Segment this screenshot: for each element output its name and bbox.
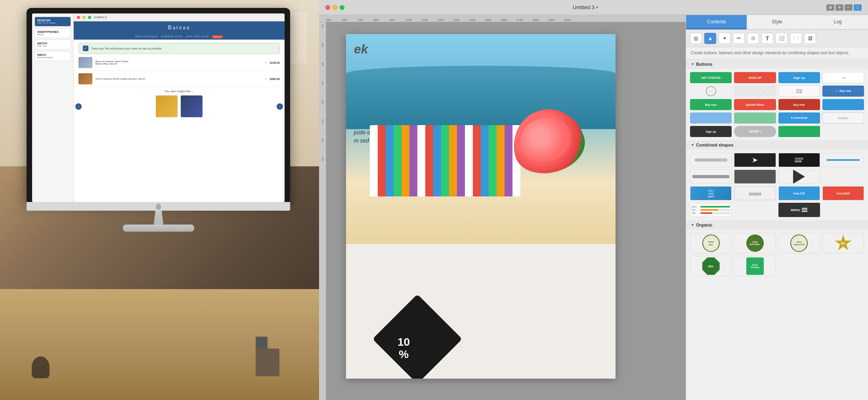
- grid-view-icon[interactable]: ⊞: [826, 4, 834, 11]
- carousel-right-arrow[interactable]: ›: [277, 103, 283, 110]
- tab-contents[interactable]: Contents: [686, 15, 747, 29]
- titlebar-dot-red[interactable]: [77, 16, 80, 19]
- product-skirt: [181, 95, 203, 117]
- highlight-shape: Highlight: [734, 187, 775, 200]
- shape-dark-triangle[interactable]: [778, 170, 820, 184]
- blue-line-shape: [827, 159, 860, 161]
- panel-tool-container[interactable]: ⊞: [690, 33, 702, 44]
- shape-from79[interactable]: from 879: [778, 186, 820, 200]
- sidebar-item-smartphones[interactable]: SMARTPHONES Retina: [34, 28, 71, 38]
- panel-tool-image[interactable]: 🖼: [804, 33, 816, 44]
- shape-gray-wide[interactable]: [690, 170, 732, 184]
- panel-tool-pen[interactable]: ✏: [733, 33, 745, 44]
- shape-black-arrow[interactable]: ➤: [734, 153, 776, 167]
- shape-empty: [822, 170, 864, 184]
- shape-from139[interactable]: from $139: [822, 186, 864, 200]
- btn-get-started[interactable]: GET STARTED: [690, 72, 732, 83]
- window-close-button[interactable]: [325, 5, 330, 10]
- ruler-1600: 1600: [501, 19, 516, 22]
- shape-highlight[interactable]: Highlight: [734, 186, 776, 200]
- buttons-toggle-icon[interactable]: ▼: [691, 62, 694, 66]
- btn-light-blue[interactable]: [690, 112, 732, 124]
- sidebar-item-watch[interactable]: WATCH Plain Text: [34, 40, 71, 50]
- shape-click-now[interactable]: CLICKNOW: [778, 153, 820, 167]
- btn-arrow-outline[interactable]: →: [706, 86, 716, 96]
- titlebar-dot-green[interactable]: [88, 16, 91, 19]
- btn-sign-up-blue[interactable]: Sign up: [778, 72, 820, 83]
- screen-titlebar: Untitled 2: [74, 13, 285, 21]
- sidebar-desktop-label: DESKTOP: [37, 19, 68, 22]
- combined-shapes-header: ▼ Combined shapes: [686, 140, 868, 150]
- panel-tool-star[interactable]: ✦: [719, 33, 730, 44]
- panel-tool-rect[interactable]: ⬜: [776, 33, 788, 44]
- corner-icon[interactable]: ⌐: [845, 4, 853, 11]
- combined-toggle-icon[interactable]: ▼: [691, 143, 694, 147]
- badge-bio-green-shape: Bio: [702, 257, 720, 275]
- panel-description: Create buttons, banners and other design…: [686, 47, 868, 59]
- btn-signup-dark[interactable]: Sign up: [690, 126, 732, 137]
- canvas-content[interactable]: ek oluptua. At vero eos etjusto duo dolo…: [326, 22, 686, 400]
- ruler-2000: 2000: [564, 19, 580, 22]
- btn-buy-now-red[interactable]: Buy now: [778, 99, 820, 110]
- btn-blue-wide[interactable]: [822, 99, 864, 110]
- btn-light-green[interactable]: [734, 112, 776, 124]
- badge-100natural[interactable]: 100% NATURAL: [734, 233, 776, 253]
- titlebar-dot-yellow[interactable]: [82, 16, 86, 19]
- panel-tool-triangle[interactable]: ▲: [704, 33, 716, 44]
- ruler-500: 500: [326, 19, 342, 22]
- bar-1: [802, 208, 807, 209]
- p-fill-1: [700, 206, 730, 208]
- right-panel: Contents Style Log ⊞ ▲ ✦ ✏ ⊙ T ⬜ ⋮⋮ 🖼: [686, 15, 868, 400]
- btn-shop[interactable]: SHOP ›: [734, 126, 776, 137]
- btn-buy-now-green[interactable]: Buy now: [690, 99, 732, 110]
- panel-tool-pattern[interactable]: ⋮⋮: [790, 33, 802, 44]
- btn-special-offers[interactable]: Special Offers: [734, 99, 776, 110]
- btn-arrow-circle[interactable]: →: [822, 72, 864, 83]
- canvas-area[interactable]: 500 600 700 800 900 1000 1100 1200 1300 …: [319, 15, 686, 400]
- btn-buy-cart[interactable]: 🛒 Buy now: [822, 86, 864, 97]
- panel-body[interactable]: ▼ Buttons GET STARTED SIGN UP Sign up → …: [686, 59, 868, 400]
- shape-gray-pill[interactable]: [690, 153, 732, 167]
- window-maximize-button[interactable]: [340, 5, 344, 10]
- tab-log[interactable]: Log: [807, 15, 868, 29]
- apple-logo-icon: [156, 203, 161, 210]
- badge-eco[interactable]: ECO friendly: [734, 256, 776, 276]
- move-icon[interactable]: ✛: [835, 4, 843, 11]
- badge-vegetarian[interactable]: 100% vegetarian: [778, 233, 820, 253]
- email-nav-new-arrivals: NEW ARRIVALS: [136, 35, 158, 38]
- btn-newsletter[interactable]: [778, 126, 820, 137]
- sidebar-item-inbox[interactable]: INBOX Preview Snippet: [34, 51, 71, 61]
- badge-100bio[interactable]: 100% BIO: [690, 233, 732, 253]
- ruler-1100: 1100: [421, 19, 437, 22]
- panel-tool-camera[interactable]: ⊙: [747, 33, 759, 44]
- email-body: ✓ Thank you! We will process your order …: [74, 40, 285, 202]
- btn-empty-pattern[interactable]: [734, 86, 776, 97]
- from79-shape: from 879: [779, 187, 820, 200]
- ruler-1300: 1300: [453, 19, 469, 22]
- badge-bio-green[interactable]: Bio: [690, 256, 732, 276]
- shape-lets-read[interactable]: Let'sreadagain: [690, 186, 732, 200]
- sidebar-inbox-label: INBOX: [37, 53, 68, 56]
- shape-menu[interactable]: MENU: [778, 203, 820, 217]
- shape-progress[interactable]: 100% 60% 40%: [690, 203, 732, 217]
- floor-background: [0, 289, 319, 400]
- carousel-left-arrow[interactable]: ‹: [75, 103, 82, 110]
- imac-screen: DESKTOP iMac, PC & Tablets SMARTPHONES R…: [32, 13, 285, 202]
- shape-blue-line[interactable]: [822, 153, 864, 167]
- sidebar-item-desktop[interactable]: DESKTOP iMac, PC & Tablets: [34, 17, 71, 27]
- badge-bio-gold[interactable]: Bio: [822, 233, 864, 253]
- btn-download[interactable]: ⬇ Download: [778, 112, 820, 124]
- app-main-area: 500 600 700 800 900 1000 1100 1200 1300 …: [319, 15, 868, 400]
- panel-tool-text[interactable]: T: [761, 33, 773, 44]
- window-minimize-button[interactable]: [333, 5, 337, 10]
- v-mark-4: 400: [321, 81, 324, 85]
- bar-2: [802, 210, 807, 210]
- btn-sign-up-red[interactable]: SIGN UP: [734, 72, 776, 83]
- shape-dark-square[interactable]: [734, 170, 776, 184]
- panel-toggle-icon[interactable]: □: [854, 4, 862, 11]
- btn-named[interactable]: NAMED: [822, 112, 864, 124]
- organic-toggle-icon[interactable]: ▼: [691, 223, 694, 227]
- btn-price-tag[interactable]: 24.99 19.99: [778, 86, 820, 97]
- tab-style[interactable]: Style: [747, 15, 807, 29]
- canvas-lower-area: 10%: [346, 244, 616, 379]
